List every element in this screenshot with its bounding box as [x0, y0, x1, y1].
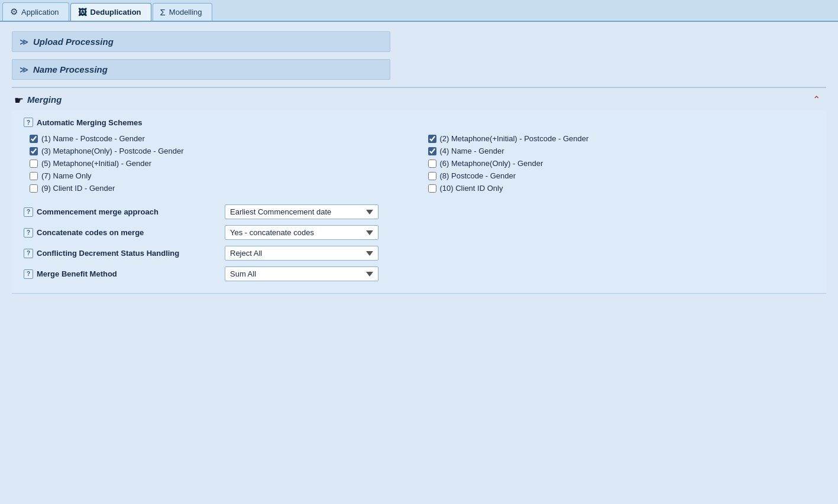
checkbox-10[interactable] — [428, 184, 436, 193]
checkbox-9-label: (9) Client ID - Gender — [41, 184, 115, 193]
conflicting-decrement-label-text: Conflicting Decrement Status Handling — [37, 249, 179, 258]
conflicting-decrement-help-icon[interactable]: ? — [24, 249, 33, 258]
tab-application-label: Application — [21, 8, 59, 17]
checkbox-8-label: (8) Postcode - Gender — [440, 171, 516, 180]
checkbox-5[interactable] — [30, 160, 38, 168]
checkbox-4[interactable] — [428, 147, 436, 155]
checkbox-2[interactable] — [428, 135, 436, 143]
checkbox-item-3: (3) Metaphone(Only) - Postcode - Gender — [30, 147, 416, 155]
name-processing-title: Name Processing — [33, 64, 108, 74]
merge-benefit-help-icon[interactable]: ? — [24, 269, 33, 279]
concatenate-codes-help-icon[interactable]: ? — [24, 228, 33, 238]
commencement-merge-row: ? Commencement merge approach Earliest C… — [24, 204, 814, 219]
tab-deduplication[interactable]: 🖼 Deduplication — [70, 3, 151, 21]
checkbox-item-2: (2) Metaphone(+Initial) - Postcode - Gen… — [428, 134, 815, 143]
automatic-merging-label: ? Automatic Merging Schemes — [24, 118, 814, 127]
tab-bar: ⚙ Application 🖼 Deduplication Σ Modellin… — [0, 0, 838, 22]
checkbox-1-label: (1) Name - Postcode - Gender — [41, 134, 145, 143]
conflicting-decrement-select[interactable]: Reject All Accept All Manual Selection — [225, 246, 378, 261]
tab-modelling[interactable]: Σ Modelling — [153, 3, 212, 21]
checkbox-item-4: (4) Name - Gender — [428, 147, 815, 155]
checkbox-5-label: (5) Metaphone(+Initial) - Gender — [41, 159, 151, 168]
checkbox-6-label: (6) Metaphone(Only) - Gender — [440, 159, 543, 168]
concatenate-codes-label: ? Concatenate codes on merge — [24, 228, 213, 238]
tab-deduplication-label: Deduplication — [90, 8, 141, 17]
checkbox-item-6: (6) Metaphone(Only) - Gender — [428, 159, 815, 168]
merging-content: ? Automatic Merging Schemes (1) Name - P… — [12, 110, 826, 293]
concatenate-codes-select[interactable]: Yes - concatenate codes No - do not conc… — [225, 225, 378, 240]
merging-section-header[interactable]: ☛ Merging ⌃ — [12, 88, 826, 110]
checkbox-item-7: (7) Name Only — [30, 171, 416, 180]
concatenate-codes-row: ? Concatenate codes on merge Yes - conca… — [24, 225, 814, 240]
merge-benefit-label: ? Merge Benefit Method — [24, 269, 213, 279]
automatic-merging-help-icon[interactable]: ? — [24, 118, 33, 127]
conflicting-decrement-row: ? Conflicting Decrement Status Handling … — [24, 246, 814, 261]
merging-checkbox-grid: (1) Name - Postcode - Gender (2) Metapho… — [24, 134, 814, 193]
main-content: ≫ Upload Processing ≫ Name Processing ☛ … — [0, 22, 838, 483]
upload-processing-title: Upload Processing — [33, 37, 114, 47]
name-processing-collapse-icon: ≫ — [20, 65, 28, 74]
upload-processing-collapse-icon: ≫ — [20, 37, 28, 47]
commencement-merge-label: ? Commencement merge approach — [24, 207, 213, 217]
tab-modelling-label: Modelling — [169, 8, 202, 17]
checkbox-6[interactable] — [428, 160, 436, 168]
checkbox-3[interactable] — [30, 147, 38, 155]
concatenate-codes-label-text: Concatenate codes on merge — [37, 228, 144, 237]
merge-benefit-row: ? Merge Benefit Method Sum All Average M… — [24, 266, 814, 281]
merging-expand-icon: ⌃ — [813, 94, 820, 105]
checkbox-9[interactable] — [30, 184, 38, 193]
upload-processing-section[interactable]: ≫ Upload Processing — [12, 31, 390, 52]
checkbox-item-10: (10) Client ID Only — [428, 184, 815, 193]
checkbox-4-label: (4) Name - Gender — [440, 147, 504, 155]
name-processing-section[interactable]: ≫ Name Processing — [12, 59, 390, 80]
automatic-merging-title: Automatic Merging Schemes — [37, 118, 142, 127]
merging-title: Merging — [27, 95, 62, 105]
merging-section: ☛ Merging ⌃ ? Automatic Merging Schemes … — [12, 87, 826, 294]
checkbox-8[interactable] — [428, 172, 436, 180]
dedup-icon: 🖼 — [78, 7, 87, 17]
conflicting-decrement-label: ? Conflicting Decrement Status Handling — [24, 249, 213, 258]
merge-benefit-select[interactable]: Sum All Average Maximum Minimum — [225, 266, 378, 281]
checkbox-item-9: (9) Client ID - Gender — [30, 184, 416, 193]
commencement-merge-help-icon[interactable]: ? — [24, 207, 33, 217]
merge-benefit-label-text: Merge Benefit Method — [37, 269, 117, 278]
checkbox-2-label: (2) Metaphone(+Initial) - Postcode - Gen… — [440, 134, 589, 143]
checkbox-7[interactable] — [30, 172, 38, 180]
form-fields: ? Commencement merge approach Earliest C… — [24, 204, 814, 281]
cursor-hand-icon: ☛ — [14, 94, 24, 107]
tab-application[interactable]: ⚙ Application — [2, 2, 69, 21]
checkbox-7-label: (7) Name Only — [41, 171, 92, 180]
checkbox-item-8: (8) Postcode - Gender — [428, 171, 815, 180]
checkbox-3-label: (3) Metaphone(Only) - Postcode - Gender — [41, 147, 184, 155]
commencement-merge-select[interactable]: Earliest Commencement date Latest Commen… — [225, 204, 378, 219]
checkbox-1[interactable] — [30, 135, 38, 143]
sigma-icon: Σ — [160, 7, 166, 17]
checkbox-10-label: (10) Client ID Only — [440, 184, 503, 193]
checkbox-item-1: (1) Name - Postcode - Gender — [30, 134, 416, 143]
checkbox-item-5: (5) Metaphone(+Initial) - Gender — [30, 159, 416, 168]
gear-icon: ⚙ — [10, 6, 18, 17]
commencement-merge-label-text: Commencement merge approach — [37, 207, 158, 216]
